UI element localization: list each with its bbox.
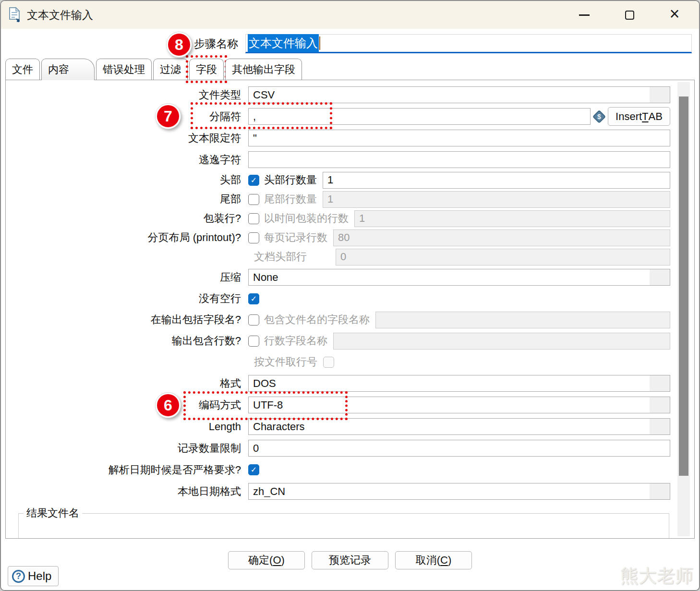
annotation-badge-8: 8	[167, 32, 192, 57]
enclosure-input[interactable]: "	[248, 130, 670, 146]
encoding-label: 编码方式	[6, 398, 248, 412]
text-caret	[319, 36, 320, 50]
include-rownum-label: 输出包含行数?	[6, 334, 248, 348]
dropdown-button[interactable]	[650, 419, 670, 434]
escape-input[interactable]	[248, 151, 670, 168]
length-value: Characters	[253, 421, 305, 433]
row-row-limit: 记录数量限制 0	[6, 437, 694, 459]
help-icon: ?	[12, 570, 25, 583]
format-combobox[interactable]: DOS	[248, 375, 670, 392]
date-locale-label: 本地日期格式	[6, 484, 248, 499]
maximize-button[interactable]	[620, 6, 639, 24]
step-name-input[interactable]: 文本文件输入	[245, 34, 692, 53]
tab-error-handling[interactable]: 错误处理	[96, 59, 152, 80]
paged-lines-label: 每页记录行数	[264, 230, 327, 245]
escape-label: 逃逸字符	[6, 153, 248, 167]
close-button[interactable]: ×	[665, 6, 684, 24]
row-header: 头部 头部行数量 1	[6, 170, 694, 190]
strict-dates-checkbox[interactable]	[248, 464, 259, 475]
filename-field-label: 包含文件名的字段名称	[264, 313, 370, 327]
ok-button[interactable]: 确定(O)	[228, 551, 305, 569]
file-type-value: CSV	[253, 89, 275, 101]
enclosure-value: "	[253, 132, 257, 145]
watermark: 熊大老师	[620, 564, 693, 588]
minimize-button[interactable]	[575, 6, 593, 24]
tab-other-output-fields[interactable]: 其他输出字段	[225, 59, 302, 80]
rownum-by-file-label: 按文件取行号	[254, 355, 317, 369]
format-value: DOS	[253, 377, 276, 390]
row-length: Length Characters	[6, 416, 694, 437]
tab-filter[interactable]: 过滤	[153, 59, 188, 80]
row-doc-header: 文档头部行 0	[6, 247, 694, 266]
tab-content[interactable]: 内容	[41, 59, 95, 80]
date-locale-value: zh_CN	[253, 485, 285, 498]
tab-file[interactable]: 文件	[5, 59, 40, 80]
help-button[interactable]: ? Help	[8, 566, 59, 586]
dropdown-button[interactable]	[650, 269, 670, 285]
header-lines-label: 头部行数量	[264, 173, 317, 187]
row-encoding: 编码方式 UTF-8	[6, 394, 694, 416]
row-include-rownum: 输出包含行数? 行数字段名称	[6, 330, 694, 351]
row-file-type: 文件类型 CSV	[6, 84, 694, 106]
format-label: 格式	[6, 376, 248, 391]
row-limit-label: 记录数量限制	[6, 441, 248, 456]
doc-header-label: 文档头部行	[254, 250, 330, 264]
dropdown-button[interactable]	[650, 483, 670, 499]
no-empty-rows-checkbox[interactable]	[248, 293, 259, 304]
include-rownum-checkbox[interactable]	[248, 336, 259, 347]
doc-header-input: 0	[336, 249, 670, 265]
row-format: 格式 DOS	[6, 373, 694, 394]
date-locale-combobox[interactable]: zh_CN	[248, 483, 670, 500]
file-type-combobox[interactable]: CSV	[248, 86, 670, 103]
header-checkbox[interactable]	[248, 175, 259, 186]
strict-dates-label: 解析日期时候是否严格要求?	[6, 463, 248, 477]
insert-tab-button[interactable]: Insert TAB	[608, 107, 670, 126]
row-date-locale: 本地日期格式 zh_CN	[6, 481, 694, 502]
enclosure-label: 文本限定符	[6, 131, 248, 145]
header-lines-input[interactable]: 1	[323, 172, 670, 189]
tab-bar: 文件 内容 错误处理 过滤 字段 其他输出字段	[5, 59, 699, 80]
header-label: 头部	[6, 173, 248, 187]
rownum-field-input	[333, 333, 670, 350]
scrollbar-thumb[interactable]	[679, 96, 688, 476]
vertical-scrollbar[interactable]	[677, 82, 690, 536]
dropdown-button[interactable]	[650, 375, 670, 391]
no-empty-rows-label: 没有空行	[6, 291, 248, 306]
row-separator: 分隔符 , $ Insert TAB	[6, 106, 694, 127]
result-filename-label: 结果文件名	[24, 506, 82, 520]
row-wrapped: 包装行? 以时间包装的行数 1	[6, 209, 694, 228]
wrapped-label: 包装行?	[6, 211, 248, 226]
include-filename-checkbox[interactable]	[248, 314, 259, 326]
encoding-combobox[interactable]: UTF-8	[248, 397, 670, 413]
text-file-input-icon	[8, 7, 21, 23]
compression-value: None	[253, 271, 278, 284]
compression-combobox[interactable]: None	[248, 269, 670, 286]
text-file-input-dialog: 文本文件输入 × 8 步骤名称 文本文件输入 文件 内容 错误处理 过滤 字段 …	[0, 0, 700, 591]
include-filename-label: 在输出包括字段名?	[6, 313, 248, 327]
tab-fields[interactable]: 字段	[189, 59, 224, 80]
dropdown-button[interactable]	[650, 397, 670, 413]
rownum-by-file-checkbox	[323, 357, 334, 368]
compression-label: 压缩	[6, 270, 248, 285]
length-combobox[interactable]: Characters	[248, 418, 670, 435]
cancel-button[interactable]: 取消(C)	[395, 551, 472, 569]
minimize-icon	[579, 14, 590, 16]
paged-checkbox[interactable]	[248, 232, 259, 243]
wrapped-checkbox[interactable]	[248, 213, 259, 224]
variable-icon[interactable]: $	[592, 109, 606, 123]
separator-input[interactable]: ,	[248, 108, 591, 125]
length-label: Length	[6, 421, 248, 433]
wrapped-lines-input: 1	[354, 210, 670, 227]
row-footer: 尾部 尾部行数量 1	[6, 190, 694, 209]
step-name-row: 8 步骤名称 文本文件输入	[1, 29, 699, 59]
title-bar: 文本文件输入 ×	[1, 1, 699, 29]
file-type-label: 文件类型	[6, 88, 248, 102]
footer-checkbox[interactable]	[248, 194, 259, 205]
footer-lines-input: 1	[323, 191, 670, 208]
dropdown-button[interactable]	[650, 87, 670, 103]
row-limit-input[interactable]: 0	[248, 440, 670, 457]
preview-button[interactable]: 预览记录	[312, 551, 388, 569]
footer-lines-label: 尾部行数量	[264, 192, 317, 206]
paged-label: 分页布局 (printout)?	[6, 230, 248, 245]
window-title: 文本文件输入	[27, 8, 93, 23]
